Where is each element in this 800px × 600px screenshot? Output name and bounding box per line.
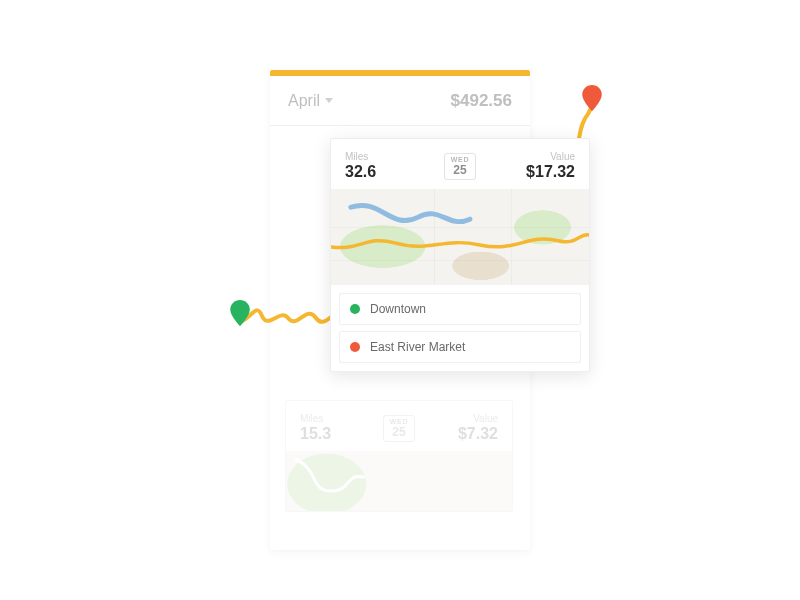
end-dot-icon: [350, 342, 360, 352]
miles-label: Miles: [345, 151, 444, 162]
date-day: 25: [392, 426, 405, 438]
place-name: East River Market: [370, 340, 465, 354]
place-list: Downtown East River Market: [331, 285, 589, 371]
miles-value: 32.6: [345, 163, 444, 181]
date-badge: WED 25: [383, 415, 416, 442]
trip-stats: Miles 15.3 WED 25 Value $7.32: [286, 401, 512, 451]
end-pin-icon: [582, 85, 602, 111]
date-dow: WED: [390, 418, 409, 425]
value-label: Value: [415, 413, 498, 424]
month-label: April: [288, 92, 320, 110]
trip-card[interactable]: Miles 15.3 WED 25 Value $7.32: [285, 400, 513, 512]
place-item-start[interactable]: Downtown: [339, 293, 581, 325]
trip-map[interactable]: [286, 451, 512, 511]
trip-map[interactable]: [331, 189, 589, 285]
trip-stats: Miles 32.6 WED 25 Value $17.32: [331, 139, 589, 189]
screen-header: April $492.56: [270, 76, 530, 126]
start-pin-icon: [230, 300, 250, 326]
start-dot-icon: [350, 304, 360, 314]
date-badge: WED 25: [444, 153, 477, 180]
value-amount: $17.32: [476, 163, 575, 181]
month-total: $492.56: [451, 91, 512, 111]
value-amount: $7.32: [415, 425, 498, 443]
miles-value: 15.3: [300, 425, 383, 443]
date-day: 25: [453, 164, 466, 176]
map-background: [331, 189, 589, 285]
map-background: [286, 451, 512, 511]
chevron-down-icon: [325, 98, 333, 103]
trip-card[interactable]: Miles 32.6 WED 25 Value $17.32 Downtown …: [330, 138, 590, 372]
month-picker[interactable]: April: [288, 92, 333, 110]
place-name: Downtown: [370, 302, 426, 316]
date-dow: WED: [451, 156, 470, 163]
place-item-end[interactable]: East River Market: [339, 331, 581, 363]
miles-label: Miles: [300, 413, 383, 424]
value-label: Value: [476, 151, 575, 162]
